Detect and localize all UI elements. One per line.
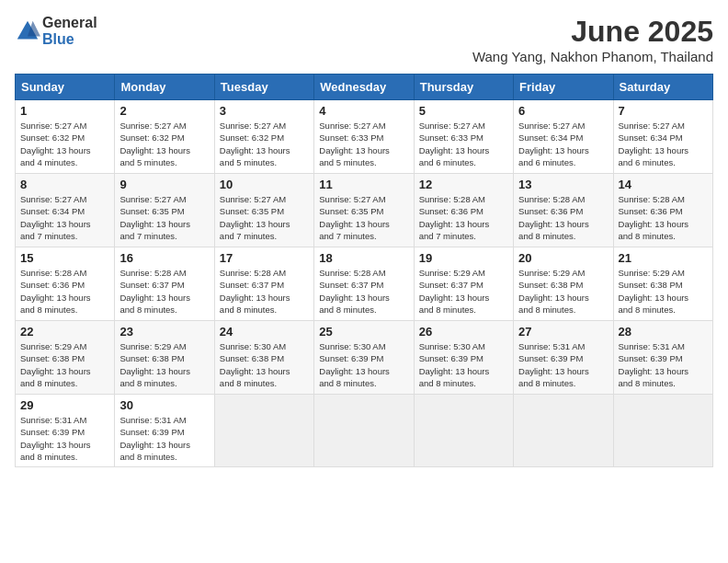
cell-content: Sunrise: 5:30 AM Sunset: 6:39 PM Dayligh…: [419, 340, 508, 389]
day-number: 18: [319, 251, 408, 265]
cell-content: Sunrise: 5:28 AM Sunset: 6:37 PM Dayligh…: [119, 267, 209, 316]
table-row: 2Sunrise: 5:27 AM Sunset: 6:32 PM Daylig…: [115, 100, 214, 174]
table-row: 23Sunrise: 5:29 AM Sunset: 6:38 PM Dayli…: [115, 321, 214, 395]
cell-content: Sunrise: 5:31 AM Sunset: 6:39 PM Dayligh…: [518, 340, 608, 389]
cell-content: Sunrise: 5:27 AM Sunset: 6:34 PM Dayligh…: [518, 120, 608, 168]
main-title: June 2025: [472, 15, 713, 49]
table-row: 12Sunrise: 5:28 AM Sunset: 6:36 PM Dayli…: [414, 174, 513, 247]
table-row: 18Sunrise: 5:28 AM Sunset: 6:37 PM Dayli…: [314, 247, 414, 321]
table-row: 11Sunrise: 5:27 AM Sunset: 6:35 PM Dayli…: [314, 174, 414, 247]
cell-content: Sunrise: 5:28 AM Sunset: 6:36 PM Dayligh…: [20, 267, 109, 316]
day-number: 5: [419, 104, 508, 118]
day-number: 27: [518, 325, 608, 339]
table-row: 19Sunrise: 5:29 AM Sunset: 6:37 PM Dayli…: [414, 247, 513, 321]
cell-content: Sunrise: 5:27 AM Sunset: 6:34 PM Dayligh…: [20, 193, 109, 242]
logo-icon: [15, 18, 40, 44]
day-number: 16: [119, 251, 209, 265]
day-number: 10: [220, 178, 309, 191]
cell-content: Sunrise: 5:31 AM Sunset: 6:39 PM Dayligh…: [619, 340, 708, 389]
cell-content: Sunrise: 5:29 AM Sunset: 6:37 PM Dayligh…: [419, 267, 508, 316]
table-row: 24Sunrise: 5:30 AM Sunset: 6:38 PM Dayli…: [214, 321, 313, 395]
cell-content: Sunrise: 5:30 AM Sunset: 6:39 PM Dayligh…: [319, 340, 408, 389]
table-row: 3Sunrise: 5:27 AM Sunset: 6:32 PM Daylig…: [214, 100, 313, 174]
header-thursday: Thursday: [414, 75, 513, 100]
calendar-table: Sunday Monday Tuesday Wednesday Thursday…: [15, 74, 713, 467]
cell-content: Sunrise: 5:30 AM Sunset: 6:38 PM Dayligh…: [220, 340, 309, 389]
table-row: 30Sunrise: 5:31 AM Sunset: 6:39 PM Dayli…: [115, 395, 214, 467]
header-wednesday: Wednesday: [314, 75, 414, 100]
table-row: [613, 395, 712, 467]
table-row: 13Sunrise: 5:28 AM Sunset: 6:36 PM Dayli…: [514, 174, 613, 247]
day-number: 23: [119, 325, 209, 339]
table-row: 8Sunrise: 5:27 AM Sunset: 6:34 PM Daylig…: [16, 174, 115, 247]
cell-content: Sunrise: 5:27 AM Sunset: 6:34 PM Dayligh…: [619, 120, 708, 168]
day-number: 7: [619, 104, 708, 118]
cell-content: Sunrise: 5:27 AM Sunset: 6:35 PM Dayligh…: [119, 193, 209, 242]
cell-content: Sunrise: 5:27 AM Sunset: 6:32 PM Dayligh…: [119, 120, 209, 168]
table-row: 15Sunrise: 5:28 AM Sunset: 6:36 PM Dayli…: [16, 247, 115, 321]
table-row: 17Sunrise: 5:28 AM Sunset: 6:37 PM Dayli…: [214, 247, 313, 321]
table-row: 21Sunrise: 5:29 AM Sunset: 6:38 PM Dayli…: [613, 247, 712, 321]
day-number: 25: [319, 325, 408, 339]
cell-content: Sunrise: 5:27 AM Sunset: 6:33 PM Dayligh…: [319, 120, 408, 168]
cell-content: Sunrise: 5:31 AM Sunset: 6:39 PM Dayligh…: [20, 414, 109, 463]
day-number: 9: [119, 178, 209, 191]
table-row: 7Sunrise: 5:27 AM Sunset: 6:34 PM Daylig…: [613, 100, 712, 174]
table-row: 27Sunrise: 5:31 AM Sunset: 6:39 PM Dayli…: [514, 321, 613, 395]
day-number: 3: [220, 104, 309, 118]
cell-content: Sunrise: 5:27 AM Sunset: 6:33 PM Dayligh…: [419, 120, 508, 168]
day-number: 1: [20, 104, 109, 118]
cell-content: Sunrise: 5:29 AM Sunset: 6:38 PM Dayligh…: [119, 340, 209, 389]
table-row: [514, 395, 613, 467]
logo: General Blue: [15, 15, 97, 48]
day-number: 12: [419, 178, 508, 191]
day-number: 24: [220, 325, 309, 339]
day-number: 2: [119, 104, 209, 118]
header-saturday: Saturday: [613, 75, 712, 100]
cell-content: Sunrise: 5:29 AM Sunset: 6:38 PM Dayligh…: [619, 267, 708, 316]
cell-content: Sunrise: 5:28 AM Sunset: 6:36 PM Dayligh…: [419, 193, 508, 242]
table-row: [414, 395, 513, 467]
logo-general: General: [42, 15, 97, 30]
table-row: 16Sunrise: 5:28 AM Sunset: 6:37 PM Dayli…: [115, 247, 214, 321]
cell-content: Sunrise: 5:31 AM Sunset: 6:39 PM Dayligh…: [119, 414, 209, 463]
day-number: 8: [20, 178, 109, 191]
logo-blue: Blue: [42, 31, 74, 47]
table-row: 29Sunrise: 5:31 AM Sunset: 6:39 PM Dayli…: [16, 395, 115, 467]
table-row: 25Sunrise: 5:30 AM Sunset: 6:39 PM Dayli…: [314, 321, 414, 395]
table-row: 10Sunrise: 5:27 AM Sunset: 6:35 PM Dayli…: [214, 174, 313, 247]
table-row: 14Sunrise: 5:28 AM Sunset: 6:36 PM Dayli…: [613, 174, 712, 247]
subtitle: Wang Yang, Nakhon Phanom, Thailand: [472, 49, 713, 64]
day-number: 4: [319, 104, 408, 118]
header-monday: Monday: [115, 75, 214, 100]
day-number: 11: [319, 178, 408, 191]
table-row: 1Sunrise: 5:27 AM Sunset: 6:32 PM Daylig…: [16, 100, 115, 174]
day-number: 20: [518, 251, 608, 265]
table-row: 6Sunrise: 5:27 AM Sunset: 6:34 PM Daylig…: [514, 100, 613, 174]
cell-content: Sunrise: 5:27 AM Sunset: 6:35 PM Dayligh…: [319, 193, 408, 242]
calendar-header-row: Sunday Monday Tuesday Wednesday Thursday…: [16, 75, 713, 100]
day-number: 15: [20, 251, 109, 265]
table-row: 26Sunrise: 5:30 AM Sunset: 6:39 PM Dayli…: [414, 321, 513, 395]
day-number: 19: [419, 251, 508, 265]
header-tuesday: Tuesday: [214, 75, 313, 100]
cell-content: Sunrise: 5:28 AM Sunset: 6:37 PM Dayligh…: [220, 267, 309, 316]
cell-content: Sunrise: 5:27 AM Sunset: 6:32 PM Dayligh…: [20, 120, 109, 168]
table-row: 22Sunrise: 5:29 AM Sunset: 6:38 PM Dayli…: [16, 321, 115, 395]
header-sunday: Sunday: [16, 75, 115, 100]
day-number: 21: [619, 251, 708, 265]
title-area: June 2025 Wang Yang, Nakhon Phanom, Thai…: [472, 15, 713, 64]
day-number: 26: [419, 325, 508, 339]
cell-content: Sunrise: 5:28 AM Sunset: 6:36 PM Dayligh…: [619, 193, 708, 242]
day-number: 14: [619, 178, 708, 191]
cell-content: Sunrise: 5:27 AM Sunset: 6:32 PM Dayligh…: [220, 120, 309, 168]
day-number: 29: [20, 398, 109, 412]
cell-content: Sunrise: 5:29 AM Sunset: 6:38 PM Dayligh…: [518, 267, 608, 316]
cell-content: Sunrise: 5:27 AM Sunset: 6:35 PM Dayligh…: [220, 193, 309, 242]
table-row: 28Sunrise: 5:31 AM Sunset: 6:39 PM Dayli…: [613, 321, 712, 395]
cell-content: Sunrise: 5:29 AM Sunset: 6:38 PM Dayligh…: [20, 340, 109, 389]
table-row: 20Sunrise: 5:29 AM Sunset: 6:38 PM Dayli…: [514, 247, 613, 321]
table-row: [314, 395, 414, 467]
day-number: 6: [518, 104, 608, 118]
day-number: 13: [518, 178, 608, 191]
